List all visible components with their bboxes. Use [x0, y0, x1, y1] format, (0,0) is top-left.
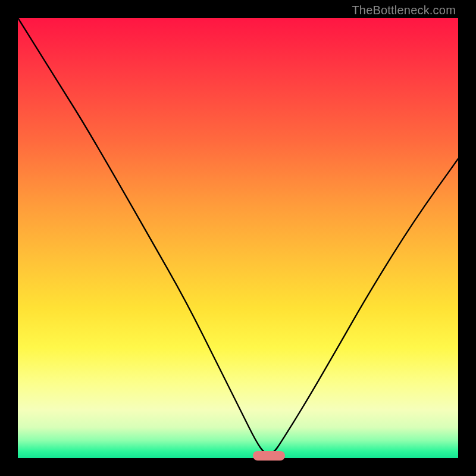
plot-area [18, 18, 458, 458]
watermark-text: TheBottleneck.com [352, 4, 456, 17]
chart-container: TheBottleneck.com [0, 0, 476, 476]
bottleneck-curve [18, 18, 458, 458]
optimal-marker [253, 451, 285, 461]
